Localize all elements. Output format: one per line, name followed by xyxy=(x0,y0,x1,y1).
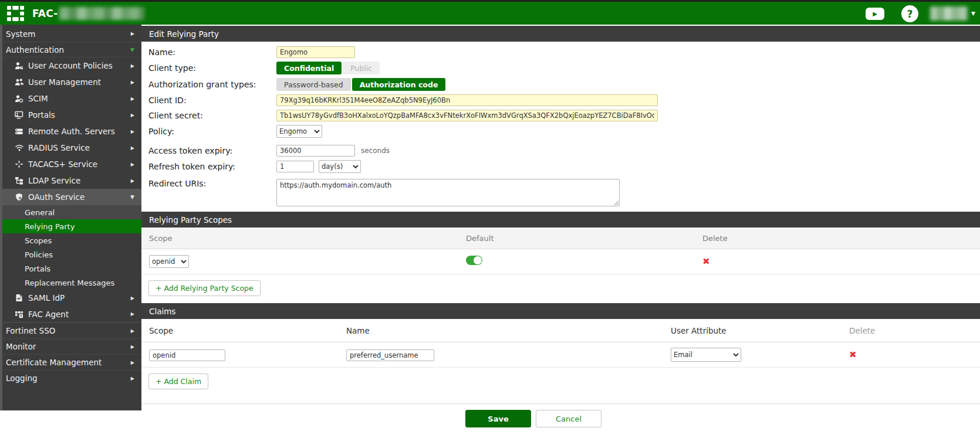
sidebar-item-label: Relying Party xyxy=(25,222,75,231)
name-label: Name: xyxy=(148,47,276,57)
redirect-uris-label: Redirect URIs: xyxy=(148,179,276,188)
sidebar-item-label: Replacement Messages xyxy=(25,279,114,287)
scope-default-toggle[interactable] xyxy=(466,256,482,265)
redirect-uris-textarea[interactable]: https://auth.mydomain.com/auth xyxy=(276,179,620,206)
chevron-right-icon: ▶ xyxy=(131,162,134,167)
sidebar-item-authentication[interactable]: Authentication ▼ xyxy=(0,42,141,57)
chevron-right-icon: ▶ xyxy=(131,360,134,365)
help-button[interactable]: ? xyxy=(901,5,918,22)
sidebar-item-oauth-policies[interactable]: Policies xyxy=(0,247,141,262)
sidebar-item-label: Policies xyxy=(25,250,53,259)
sidebar-item-fac-agent[interactable]: FAC Agent ▶ xyxy=(0,306,141,322)
sidebar-item-remote-auth-servers[interactable]: Remote Auth. Servers ▶ xyxy=(0,123,141,140)
sidebar-item-label: SCIM xyxy=(28,94,48,103)
page: FAC- ▶ ? ▼ System ▶ Authentication ▼ Use… xyxy=(0,0,980,438)
sidebar-item-tacacs-service[interactable]: TACACS+ Service ▶ xyxy=(0,156,141,172)
scope-delete-button[interactable]: ✖ xyxy=(702,257,710,266)
page-title-bar: Edit Relying Party xyxy=(141,26,980,42)
sidebar-item-label: OAuth Service xyxy=(28,192,85,202)
chevron-down-icon: ▼ xyxy=(130,194,134,200)
scopes-table-header: Scope Default Delete xyxy=(141,228,980,249)
redacted-username xyxy=(930,6,968,21)
sidebar-item-oauth-relying-party[interactable]: Relying Party xyxy=(0,219,141,233)
claims-col-scope: Scope xyxy=(149,326,346,335)
chevron-right-icon: ▶ xyxy=(131,80,134,85)
access-token-unit-label: seconds xyxy=(361,147,390,155)
sidebar-item-oauth-general[interactable]: General xyxy=(0,205,141,219)
claim-scope-input[interactable] xyxy=(149,349,225,361)
user-wrench-icon xyxy=(14,62,24,70)
scopes-section-bar: Relying Party Scopes xyxy=(141,212,980,228)
cancel-button[interactable]: Cancel xyxy=(536,410,601,427)
sidebar-item-label: User Management xyxy=(28,77,101,87)
sidebar-item-user-management[interactable]: User Management ▶ xyxy=(0,74,141,90)
refresh-token-unit-select[interactable]: day(s) xyxy=(319,160,361,173)
save-button[interactable]: Save xyxy=(465,410,531,427)
sidebar-item-system[interactable]: System ▶ xyxy=(0,26,141,42)
sidebar-item-oauth-service[interactable]: OAuth Service ▼ xyxy=(0,189,141,205)
grant-password-based-button[interactable]: Password-based xyxy=(276,78,351,91)
sidebar-item-portals[interactable]: Portals ▶ xyxy=(0,107,141,123)
sidebar-scrollbar[interactable] xyxy=(0,25,2,410)
chevron-right-icon: ▶ xyxy=(131,63,134,69)
sidebar-item-logging[interactable]: Logging ▶ xyxy=(0,370,141,386)
product-name: FAC- xyxy=(32,8,58,19)
claims-col-delete: Delete xyxy=(849,326,875,335)
sidebar-item-label: Fortinet SSO xyxy=(6,326,55,335)
scope-select[interactable]: openid xyxy=(149,255,189,268)
policy-select[interactable]: Engomo xyxy=(276,125,322,138)
policy-label: Policy: xyxy=(148,127,276,136)
sidebar-item-ldap-service[interactable]: LDAP Service ▶ xyxy=(0,172,141,189)
claim-delete-button[interactable]: ✖ xyxy=(849,351,857,359)
servers-icon xyxy=(14,127,24,135)
sidebar-item-scim[interactable]: SCIM ▶ xyxy=(0,90,141,107)
claims-section-title: Claims xyxy=(149,307,175,316)
sidebar-item-fortinet-sso[interactable]: Fortinet SSO ▶ xyxy=(0,322,141,338)
shield-icon xyxy=(14,193,24,201)
access-token-expiry-label: Access token expiry: xyxy=(148,146,276,155)
chevron-right-icon: ▶ xyxy=(131,31,134,36)
sidebar-item-monitor[interactable]: Monitor ▶ xyxy=(0,338,141,354)
sidebar-item-label: Portals xyxy=(25,264,50,273)
sidebar-item-label: User Account Policies xyxy=(28,61,113,70)
add-relying-party-scope-button[interactable]: + Add Relying Party Scope xyxy=(148,280,261,296)
sidebar-item-oauth-portals[interactable]: Portals xyxy=(0,262,141,276)
sidebar-item-oauth-replacement-messages[interactable]: Replacement Messages xyxy=(0,276,141,290)
sidebar-item-saml-idp[interactable]: SAML IdP ▶ xyxy=(0,290,141,306)
network-arrows-icon xyxy=(14,160,24,168)
client-type-label: Client type: xyxy=(148,63,276,73)
grant-authorization-code-button[interactable]: Authorization code xyxy=(352,78,446,91)
add-claim-button[interactable]: + Add Claim xyxy=(148,374,208,389)
fortinet-logo-icon xyxy=(7,6,24,21)
sidebar-item-label: Remote Auth. Servers xyxy=(28,127,115,136)
user-menu[interactable]: ▼ xyxy=(930,6,975,21)
scope-table-row: openid ✖ xyxy=(141,249,980,274)
grant-types-label: Authorization grant types: xyxy=(148,80,276,89)
toggle-knob xyxy=(474,256,482,264)
youtube-button[interactable]: ▶ xyxy=(866,8,884,20)
sidebar-item-radius-service[interactable]: RADIUS Service ▶ xyxy=(0,140,141,156)
users-icon xyxy=(14,78,24,86)
refresh-token-expiry-input[interactable] xyxy=(276,161,314,172)
client-id-input[interactable] xyxy=(276,94,658,106)
client-secret-label: Client secret: xyxy=(148,111,276,120)
access-token-expiry-input[interactable] xyxy=(276,145,355,157)
sidebar-item-label: Logging xyxy=(6,374,38,383)
sidebar-item-certificate-management[interactable]: Certificate Management ▶ xyxy=(0,354,141,370)
client-type-public-button[interactable]: Public xyxy=(343,62,380,74)
client-secret-input[interactable] xyxy=(276,110,658,121)
sidebar-item-label: System xyxy=(6,29,35,39)
chevron-right-icon: ▶ xyxy=(131,296,134,301)
client-type-confidential-button[interactable]: Confidential xyxy=(276,62,342,74)
claim-user-attribute-select[interactable]: Email xyxy=(671,348,741,362)
sidebar-item-oauth-scopes[interactable]: Scopes xyxy=(0,233,141,247)
sidebar-item-user-account-policies[interactable]: User Account Policies ▶ xyxy=(0,57,141,74)
user-sync-icon xyxy=(14,94,24,103)
name-input[interactable] xyxy=(276,46,355,58)
claim-table-row: Email ✖ xyxy=(141,342,980,368)
chevron-right-icon: ▶ xyxy=(131,311,134,317)
claim-name-input[interactable] xyxy=(346,349,434,361)
sidebar-item-label: FAC Agent xyxy=(28,310,69,319)
chevron-down-icon: ▼ xyxy=(130,47,134,53)
sidebar-item-label: LDAP Service xyxy=(28,176,80,185)
